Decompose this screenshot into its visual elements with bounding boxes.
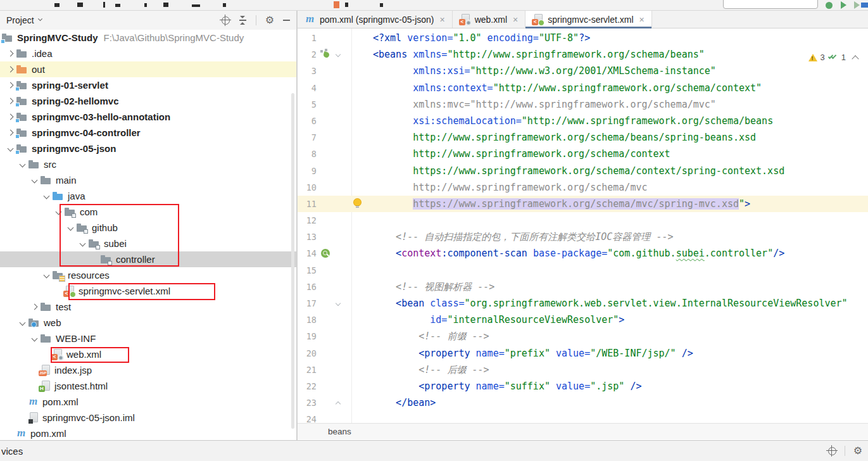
chevron-down-icon[interactable] [53,210,64,214]
chevron-down-icon[interactable] [29,178,40,182]
tree-scrollbar[interactable] [291,93,294,429]
tree-item[interactable]: java [0,188,296,204]
code-line[interactable]: 7 http://www.springframework.org/schema/… [298,129,868,146]
code-line[interactable]: 19 <!-- 前缀 --> [298,328,868,344]
editor-tab[interactable]: mpom.xml (springmvc-05-json)× [298,11,453,28]
chevron-down-icon[interactable] [41,273,52,277]
chevron-down-icon[interactable] [41,194,52,198]
line-number[interactable]: 19 [298,328,317,344]
line-number[interactable]: 4 [298,80,317,96]
project-panel-title[interactable]: Project [6,15,34,25]
code-line[interactable]: 5 xmlns:mvc="http://www.springframework.… [298,96,868,113]
line-number[interactable]: 21 [298,362,317,378]
line-number[interactable]: 12 [298,212,317,229]
code-line[interactable]: 20 <property name="prefix" value="/WEB-I… [298,345,868,362]
component-scan-gutter-icon[interactable] [319,245,334,262]
code-line[interactable]: 3 xmlns:xsi="http://www.w3.org/2001/XMLS… [298,63,868,79]
code-line[interactable]: 6 xsi:schemaLocation="http://www.springf… [298,113,868,129]
collapse-all-icon[interactable] [239,16,247,25]
tree-item[interactable]: controller [0,251,296,267]
line-number[interactable]: 7 [298,129,317,146]
line-number[interactable]: 2 [298,46,317,63]
line-number[interactable]: 15 [298,262,317,279]
hide-panel-icon[interactable] [283,20,290,21]
line-number[interactable]: 22 [298,378,317,395]
chevron-down-icon[interactable] [5,146,16,151]
tree-item[interactable]: out [0,61,296,77]
code-line[interactable]: 13 <!-- 自动扫描指定的包，下面所有注解类交给IOC容器管理 --> [298,229,868,245]
code-line[interactable]: 14 <context:component-scan base-package=… [298,245,868,262]
chevron-right-icon[interactable] [5,99,16,103]
line-number[interactable]: 8 [298,146,317,162]
tree-item[interactable]: github [0,220,296,236]
code-line[interactable]: 9 https://www.springframework.org/schema… [298,163,868,179]
locate-file-icon[interactable] [222,16,230,25]
editor-tab[interactable]: <springmvc-servlet.xml× [525,11,652,28]
chevron-down-icon[interactable] [65,225,76,230]
tree-item[interactable]: mpom.xml [0,394,296,410]
fold-marker-icon[interactable] [334,295,344,312]
inspections-widget[interactable]: 3 1 [807,52,860,63]
chevron-right-icon[interactable] [5,67,16,72]
tree-item[interactable]: <web.xml [0,346,296,362]
editor-tab[interactable]: <web.xml× [453,11,526,28]
chevron-down-icon[interactable] [29,336,40,341]
close-icon[interactable]: × [639,15,645,25]
tree-item[interactable]: com [0,204,296,220]
code-line[interactable]: 16 <!-- 视图解析器 --> [298,279,868,295]
tree-item[interactable]: Hjsontest.html [0,378,296,394]
fold-marker-icon[interactable] [334,395,344,411]
chevron-down-icon[interactable] [17,320,28,325]
coverage-icon[interactable] [861,3,868,8]
spring-config-gutter-icon[interactable] [319,46,334,63]
line-number[interactable]: 10 [298,179,317,196]
locate-icon[interactable] [828,447,836,455]
tree-item[interactable]: springmvc-03-hello-annotation [0,109,296,125]
code-line[interactable]: 1<?xml version="1.0" encoding="UTF-8"?> [298,30,868,46]
line-number[interactable]: 24 [298,411,317,423]
line-number[interactable]: 23 [298,395,317,411]
code-editor[interactable]: 1<?xml version="1.0" encoding="UTF-8"?>2… [298,28,868,423]
line-number[interactable]: 9 [298,163,317,179]
tree-item[interactable]: mpom.xml [0,426,296,440]
code-line[interactable]: 21 <!-- 后缀 --> [298,362,868,378]
tree-item[interactable]: src [0,156,296,172]
tree-item[interactable]: SpringMVC-StudyF:\Java\Github\SpringMVC-… [0,30,296,46]
chevron-right-icon[interactable] [5,130,16,135]
chevron-right-icon[interactable] [5,51,16,56]
chevron-down-icon[interactable] [77,241,88,246]
tree-item[interactable]: spring-02-hellomvc [0,93,296,109]
chevron-down-icon[interactable] [38,16,42,21]
line-number[interactable]: 14 [298,245,317,262]
chevron-right-icon[interactable] [5,83,16,87]
code-line[interactable]: 17 <bean class="org.springframework.web.… [298,295,868,312]
tree-item[interactable]: spring-01-servlet [0,77,296,93]
chevron-right-icon[interactable] [29,305,40,309]
debug-icon[interactable] [841,1,846,9]
code-line[interactable]: 11 https://www.springframework.org/schem… [298,196,868,212]
line-number[interactable]: 11 [298,196,317,212]
line-number[interactable]: 20 [298,345,317,362]
gear-icon[interactable]: ⚙ [853,446,862,456]
chevron-up-icon[interactable] [852,55,859,62]
tree-item[interactable]: subei [0,236,296,251]
tree-item[interactable]: JSPindex.jsp [0,362,296,378]
code-line[interactable]: 15 [298,262,868,279]
tree-item[interactable]: resources [0,267,296,283]
code-line[interactable]: 18 id="internalResourceViewResolver"> [298,312,868,328]
code-line[interactable]: 22 <property name="suffix" value=".jsp" … [298,378,868,395]
line-number[interactable]: 6 [298,113,317,129]
line-number[interactable]: 3 [298,63,317,79]
line-number[interactable]: 13 [298,229,317,245]
code-line[interactable]: 8 http://www.springframework.org/schema/… [298,146,868,162]
breadcrumb[interactable]: beans [328,427,351,436]
code-line[interactable]: 24 [298,411,868,423]
line-number[interactable]: 17 [298,295,317,312]
tree-item[interactable]: springmvc-04-controller [0,125,296,141]
line-number[interactable]: 18 [298,312,317,328]
tree-item[interactable]: springmvc-05-json.iml [0,410,296,426]
code-line[interactable]: 23 </bean> [298,395,868,411]
code-line[interactable]: 4 xmlns:context="http://www.springframew… [298,80,868,96]
fold-marker-icon[interactable] [334,46,344,63]
tree-item[interactable]: test [0,299,296,315]
